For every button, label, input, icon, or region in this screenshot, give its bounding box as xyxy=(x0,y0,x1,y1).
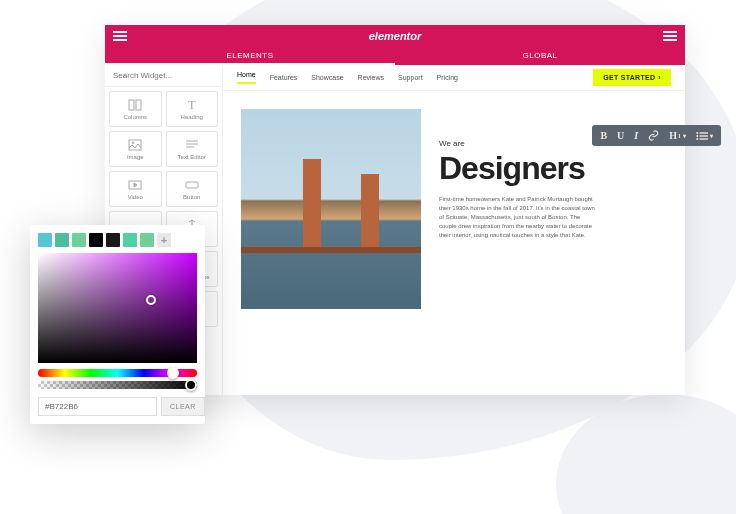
svg-rect-1 xyxy=(136,100,141,110)
svg-rect-0 xyxy=(129,100,134,110)
hero-image[interactable] xyxy=(241,109,421,309)
widget-label: Columns xyxy=(123,114,147,120)
get-started-button[interactable]: GET STARTED› xyxy=(593,69,671,86)
italic-button[interactable]: I xyxy=(634,130,638,141)
video-icon xyxy=(128,178,142,192)
hue-slider[interactable] xyxy=(38,369,197,377)
hero-paragraph[interactable]: First-time homeowners Kate and Patrick M… xyxy=(439,195,599,240)
underline-button[interactable]: U xyxy=(617,130,624,141)
add-swatch-button[interactable]: + xyxy=(157,233,171,247)
image-icon xyxy=(128,138,142,152)
nav-features[interactable]: Features xyxy=(270,74,298,81)
hue-thumb[interactable] xyxy=(167,367,179,379)
widget-button[interactable]: Button xyxy=(166,171,219,207)
widget-label: Heading xyxy=(181,114,203,120)
svg-point-11 xyxy=(696,134,698,136)
widget-image[interactable]: Image xyxy=(109,131,162,167)
widget-video[interactable]: Video xyxy=(109,171,162,207)
chevron-right-icon: › xyxy=(658,74,661,81)
canvas: Home Features Showcase Reviews Support P… xyxy=(223,65,685,395)
color-swatch[interactable] xyxy=(106,233,120,247)
tab-elements[interactable]: ELEMENTS xyxy=(105,47,395,65)
text-toolbar: B U I H1▾ ▾ xyxy=(592,125,721,146)
svg-point-13 xyxy=(696,137,698,139)
nav-support[interactable]: Support xyxy=(398,74,423,81)
button-icon xyxy=(185,178,199,192)
saturation-cursor[interactable] xyxy=(146,295,156,305)
panel-menu-icon[interactable] xyxy=(663,31,677,41)
alpha-slider[interactable] xyxy=(38,381,197,389)
svg-rect-8 xyxy=(186,182,198,188)
swatch-row: + xyxy=(38,233,197,247)
svg-rect-14 xyxy=(699,138,708,139)
widget-text[interactable]: Text Editor xyxy=(166,131,219,167)
heading-icon: T xyxy=(188,98,196,112)
nav-home[interactable]: Home xyxy=(237,71,256,84)
hero-copy: We are Designers First-time homeowners K… xyxy=(439,109,667,377)
site-nav: Home Features Showcase Reviews Support P… xyxy=(223,65,685,91)
bold-button[interactable]: B xyxy=(600,130,607,141)
cta-label: GET STARTED xyxy=(603,74,655,81)
color-swatch[interactable] xyxy=(55,233,69,247)
search-input[interactable] xyxy=(105,65,222,87)
color-swatch[interactable] xyxy=(140,233,154,247)
saturation-field[interactable] xyxy=(38,253,197,363)
color-picker: + CLEAR xyxy=(30,225,205,424)
tab-global[interactable]: GLOBAL xyxy=(395,47,685,65)
widget-label: Button xyxy=(183,194,200,200)
widget-columns[interactable]: Columns xyxy=(109,91,162,127)
text-icon xyxy=(186,138,198,152)
widget-label: Image xyxy=(127,154,144,160)
svg-rect-10 xyxy=(699,132,708,133)
widget-heading[interactable]: THeading xyxy=(166,91,219,127)
chevron-down-icon: ▾ xyxy=(710,132,713,139)
nav-pricing[interactable]: Pricing xyxy=(437,74,458,81)
nav-reviews[interactable]: Reviews xyxy=(358,74,384,81)
list-button[interactable]: ▾ xyxy=(696,131,713,141)
svg-rect-12 xyxy=(699,135,708,136)
columns-icon xyxy=(128,98,142,112)
svg-point-9 xyxy=(696,131,698,133)
sidebar-tabs: ELEMENTS GLOBAL xyxy=(105,47,685,65)
hex-input[interactable] xyxy=(38,397,157,416)
svg-point-3 xyxy=(132,142,134,144)
alpha-thumb[interactable] xyxy=(185,379,197,391)
widget-label: Video xyxy=(128,194,143,200)
widget-label: Text Editor xyxy=(178,154,206,160)
color-swatch[interactable] xyxy=(38,233,52,247)
brand-logo: elementor xyxy=(369,30,422,42)
hamburger-icon[interactable] xyxy=(113,31,127,41)
heading-button[interactable]: H1▾ xyxy=(669,130,686,141)
hero-title[interactable]: Designers xyxy=(439,150,667,187)
color-swatch[interactable] xyxy=(72,233,86,247)
color-swatch[interactable] xyxy=(123,233,137,247)
editor-topbar: elementor xyxy=(105,25,685,47)
link-button[interactable] xyxy=(648,130,659,141)
color-swatch[interactable] xyxy=(89,233,103,247)
nav-showcase[interactable]: Showcase xyxy=(311,74,343,81)
clear-button[interactable]: CLEAR xyxy=(161,397,205,416)
chevron-down-icon: ▾ xyxy=(683,132,686,139)
